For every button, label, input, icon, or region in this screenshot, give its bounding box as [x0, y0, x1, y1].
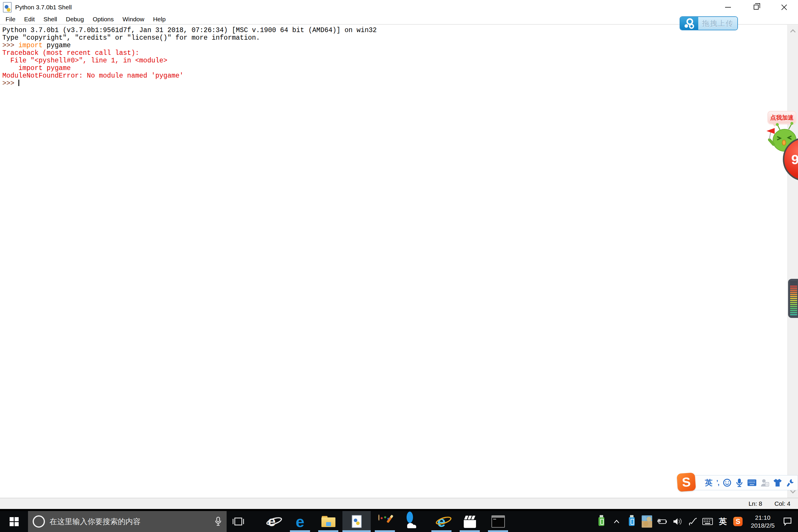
photo-thumbnail-icon[interactable] [639, 511, 654, 532]
start-button[interactable] [0, 511, 28, 532]
internet-explorer-white-icon: e [268, 514, 276, 529]
command-prompt-icon [492, 515, 505, 528]
baidu-drag-upload-button[interactable]: 拖拽上传 [680, 16, 738, 30]
sogou-tray-icon[interactable]: S [730, 511, 745, 532]
close-button[interactable] [770, 0, 798, 14]
shell-line: Traceback (most recent call last): [2, 49, 787, 57]
task-view-button[interactable] [227, 511, 250, 532]
voice-input-icon[interactable] [735, 477, 743, 488]
close-icon [781, 4, 787, 11]
rainbow-level-stripes-icon [790, 282, 797, 315]
taskbar-search-box[interactable]: 在这里输入你要搜索的内容 [28, 511, 227, 532]
menu-help[interactable]: Help [149, 16, 170, 23]
python-idle-window-icon [3, 2, 12, 13]
file-explorer-icon [321, 516, 336, 527]
taskbar-paint[interactable] [371, 511, 399, 532]
shell-line: ModuleNotFoundError: No module named 'py… [2, 72, 787, 80]
shell-line: Python 3.7.0b1 (v3.7.0b1:9561d7f, Jan 31… [2, 26, 787, 34]
action-center-button[interactable] [780, 511, 795, 532]
shell-line: File "<pyshell#0>", line 1, in <module> [2, 57, 787, 64]
soft-keyboard-icon[interactable] [747, 477, 757, 488]
rainbow-level-widget[interactable] [788, 279, 798, 318]
taskbar-python-idle[interactable] [342, 511, 371, 532]
search-placeholder: 在这里输入你要搜索的内容 [50, 516, 210, 527]
vertical-scrollbar[interactable] [787, 25, 798, 498]
status-bar: Ln: 8 Col: 4 [0, 498, 798, 509]
action-center-icon [783, 517, 792, 526]
title-bar: Python 3.7.0b1 Shell [0, 0, 798, 14]
sogou-logo-icon[interactable]: S [677, 473, 696, 492]
movies-clapperboard-icon [464, 515, 476, 528]
edge-icon: e [296, 514, 304, 529]
windows-ink-pen-icon[interactable] [685, 511, 700, 532]
menu-debug[interactable]: Debug [61, 16, 88, 23]
internet-explorer-icon: e [437, 514, 446, 529]
menu-options[interactable]: Options [88, 16, 118, 23]
text-cursor [18, 80, 19, 86]
taskbar-movies[interactable] [456, 511, 484, 532]
taskbar-command-prompt[interactable] [484, 511, 512, 532]
taskbar-clock[interactable]: 21:10 2018/2/5 [745, 514, 780, 529]
shell-line: >>> [2, 80, 787, 87]
minimize-button[interactable] [714, 0, 742, 14]
battery-plugged-icon[interactable] [654, 511, 670, 532]
restore-icon [754, 5, 759, 10]
task-view-icon [232, 516, 245, 527]
clock-time: 21:10 [755, 514, 771, 521]
paint-icon [378, 515, 392, 528]
clock-date: 2018/2/5 [751, 521, 775, 529]
profile-icon[interactable] [760, 477, 769, 488]
menu-edit[interactable]: Edit [20, 16, 39, 23]
idle-shell-window: Python 3.7.0b1 Shell File Edit Shell Deb… [0, 0, 798, 509]
minimize-icon [725, 7, 731, 7]
usb-drive-green-icon[interactable] [594, 511, 609, 532]
taskbar: 在这里输入你要搜索的内容 e e [0, 511, 798, 532]
taskbar-file-explorer[interactable] [314, 511, 342, 532]
menu-shell[interactable]: Shell [39, 16, 61, 23]
sogou-toolbar-panel: 英 ’, [693, 475, 798, 490]
search-mic-icon[interactable] [214, 516, 222, 527]
menu-window[interactable]: Window [118, 16, 149, 23]
emoji-icon[interactable] [723, 477, 732, 488]
windows-logo-icon [10, 517, 19, 526]
speedup-widget[interactable]: 点我加速 92 [766, 112, 798, 188]
shell-text-area[interactable]: Python 3.7.0b1 (v3.7.0b1:9561d7f, Jan 31… [0, 25, 787, 498]
status-line-number: Ln: 8 [748, 500, 762, 507]
speedup-score: 92 [791, 151, 798, 167]
taskbar-qq-browser[interactable] [399, 511, 427, 532]
taskbar-microsoft-edge[interactable]: e [286, 511, 314, 532]
hidden-icons-chevron[interactable] [609, 511, 624, 532]
taskbar-internet-explorer[interactable]: e [427, 511, 456, 532]
cortana-icon [33, 515, 45, 528]
qq-browser-icon [406, 515, 420, 528]
baidu-cloud-icon [680, 17, 698, 30]
python-idle-icon [352, 515, 362, 528]
shell-line: import pygame [2, 64, 787, 72]
menu-bar: File Edit Shell Debug Options Window Hel… [0, 14, 798, 24]
status-column-number: Col: 4 [774, 500, 791, 507]
skin-tshirt-icon[interactable] [773, 477, 782, 488]
window-title: Python 3.7.0b1 Shell [15, 4, 72, 11]
volume-icon[interactable] [670, 511, 685, 532]
usb-drive-blue-icon[interactable] [624, 511, 639, 532]
touch-keyboard-icon[interactable] [700, 511, 715, 532]
taskbar-internet-explorer-white[interactable]: e [258, 511, 286, 532]
input-mode-english-indicator[interactable]: 英 [715, 511, 730, 532]
input-language-toggle[interactable]: 英 [705, 477, 712, 488]
system-tray: 英 S 21:10 2018/2/5 [594, 511, 798, 532]
punctuation-toggle-icon[interactable]: ’, [716, 477, 719, 488]
scroll-up-icon[interactable] [790, 29, 795, 34]
drag-upload-label: 拖拽上传 [698, 17, 737, 30]
shell-line: Type "copyright", "credits" or "license(… [2, 34, 787, 42]
restore-button[interactable] [742, 0, 770, 14]
shell-line: >>> import pygame [2, 42, 787, 49]
menu-file[interactable]: File [1, 16, 20, 23]
toolbox-wrench-icon[interactable] [786, 477, 795, 488]
